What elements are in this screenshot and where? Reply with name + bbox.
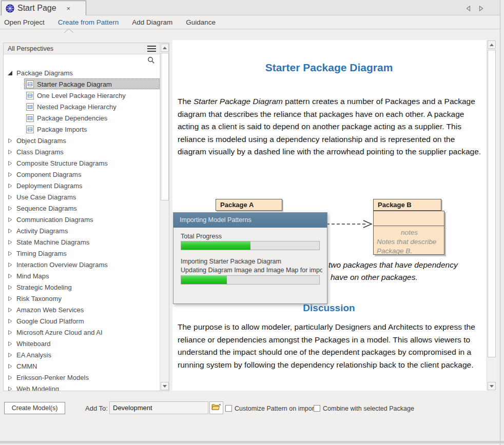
collapsed-icon[interactable] (8, 363, 13, 369)
diagram-icon (26, 80, 34, 88)
collapsed-icon[interactable] (8, 160, 13, 166)
tree-item-google-cloud-platform[interactable]: Google Cloud Platform (4, 315, 161, 327)
add-to-input[interactable] (109, 401, 208, 414)
collapsed-icon[interactable] (8, 172, 13, 177)
collapsed-icon[interactable] (8, 273, 13, 279)
status-line-1: Importing Starter Package Diagram (181, 258, 281, 265)
tree-item-one-level-package-hierarchy[interactable]: One Level Package Hierarchy (4, 90, 161, 101)
tree-item-microsoft-azure-cloud-and-ai[interactable]: Microsoft Azure Cloud and AI (4, 327, 161, 338)
compartment-divider (374, 226, 444, 226)
pattern-tree-panel: All Perspectives Package Diagrams Starte… (3, 43, 169, 391)
collapsed-icon[interactable] (8, 341, 13, 347)
diagram-icon (26, 114, 34, 122)
document-scrollbar[interactable] (487, 40, 496, 391)
scroll-down-button[interactable] (488, 382, 496, 390)
tree-item-package-imports[interactable]: Package Imports (4, 124, 161, 135)
tree-item-nested-package-hierarchy[interactable]: Nested Package Hierarchy (4, 101, 161, 112)
customize-pattern-label: Customize Pattern on import (235, 405, 316, 412)
dialog-titlebar[interactable]: Importing Model Patterns (173, 213, 327, 228)
tree-item-composite-structure-diagrams[interactable]: Composite Structure Diagrams (4, 157, 161, 169)
collapsed-icon[interactable] (8, 285, 13, 290)
pattern-intro-paragraph: The Starter Package Diagram pattern crea… (178, 95, 486, 158)
scrollbar-thumb[interactable] (488, 50, 496, 357)
total-progress-bar (181, 241, 320, 250)
ribbon-menu: Open Project Create from Pattern Add Dia… (0, 15, 500, 29)
tree-item-package-diagrams[interactable]: Package Diagrams (4, 67, 161, 78)
tree-item-class-diagrams[interactable]: Class Diagrams (4, 146, 161, 157)
tree-item-component-diagrams[interactable]: Component Diagrams (4, 169, 161, 180)
tab-scroll-left-icon[interactable] (466, 4, 471, 13)
tree-item-ea-analysis[interactable]: EA Analysis (4, 349, 161, 360)
tree-item-whiteboard[interactable]: Whiteboard (4, 338, 161, 349)
tree-item-starter-package-diagram[interactable]: Starter Package Diagram (4, 78, 161, 90)
collapsed-icon[interactable] (8, 149, 13, 155)
total-progress-fill (181, 241, 250, 250)
tree-item-activity-diagrams[interactable]: Activity Diagrams (4, 225, 161, 236)
search-icon[interactable] (147, 56, 155, 66)
collapsed-icon[interactable] (8, 262, 13, 268)
package-b-body: notes Notes that describe Package B. (373, 211, 444, 255)
collapsed-icon[interactable] (8, 239, 13, 245)
tree-item-sequence-diagrams[interactable]: Sequence Diagrams (4, 203, 161, 214)
status-line-2: Updating Diagram Image and Image Map for… (181, 267, 322, 274)
menu-guidance[interactable]: Guidance (186, 18, 216, 26)
collapsed-icon[interactable] (8, 194, 13, 200)
tree-item-object-diagrams[interactable]: Object Diagrams (4, 135, 161, 146)
collapsed-icon[interactable] (8, 228, 13, 234)
tree-item-eriksson-penker-models[interactable]: Eriksson-Penker Models (4, 372, 161, 383)
window-right-edge (500, 0, 504, 445)
tree-item-risk-taxonomy[interactable]: Risk Taxonomy (4, 293, 161, 304)
combine-package-checkbox[interactable] (314, 405, 320, 412)
combine-package-label: Combine with selected Package (323, 405, 414, 412)
tab-start-page[interactable]: Start Page × (1, 1, 86, 15)
tree-item-web-modeling[interactable]: Web Modeling (4, 383, 161, 391)
tree-scrollbar[interactable] (160, 43, 169, 391)
tab-scroll-arrows (466, 4, 483, 13)
scroll-up-button[interactable] (161, 44, 169, 52)
collapsed-icon[interactable] (8, 330, 13, 335)
diagram-icon (26, 103, 34, 111)
perspectives-header[interactable]: All Perspectives (4, 43, 160, 54)
collapsed-icon[interactable] (8, 296, 13, 301)
customize-pattern-checkbox[interactable] (225, 405, 232, 412)
tree-search-row[interactable] (4, 54, 160, 67)
collapsed-icon[interactable] (8, 352, 13, 358)
current-progress-fill (181, 276, 227, 284)
scroll-up-button[interactable] (488, 41, 496, 49)
scrollbar-thumb[interactable] (161, 53, 169, 200)
tree-item-state-machine-diagrams[interactable]: State Machine Diagrams (4, 236, 161, 248)
tree-item-strategic-modeling[interactable]: Strategic Modeling (4, 281, 161, 293)
collapsed-icon[interactable] (8, 217, 13, 222)
folder-icon (211, 403, 221, 413)
expanded-icon[interactable] (8, 70, 13, 76)
scroll-down-button[interactable] (161, 382, 169, 390)
tab-scroll-right-icon[interactable] (479, 4, 483, 13)
create-models-button[interactable]: Create Model(s) (4, 402, 65, 414)
collapsed-icon[interactable] (8, 386, 13, 392)
collapsed-icon[interactable] (8, 206, 13, 211)
browse-package-button[interactable] (209, 401, 223, 414)
current-progress-bar (181, 275, 320, 285)
tree-item-interaction-overview-diagrams[interactable]: Interaction Overview Diagrams (4, 259, 161, 270)
menu-add-diagram[interactable]: Add Diagram (132, 18, 172, 26)
collapsed-icon[interactable] (8, 307, 13, 313)
tree-item-mind-maps[interactable]: Mind Maps (4, 270, 161, 281)
tree-item-use-case-diagrams[interactable]: Use Case Diagrams (4, 191, 161, 203)
collapsed-icon[interactable] (8, 138, 13, 144)
collapsed-icon[interactable] (8, 318, 13, 324)
tree-item-amazon-web-services[interactable]: Amazon Web Services (4, 304, 161, 315)
window-bottom-edge (0, 441, 504, 443)
tree-item-cmmn[interactable]: CMMN (4, 360, 161, 372)
collapsed-icon[interactable] (8, 375, 13, 380)
hamburger-menu-icon[interactable] (147, 46, 156, 52)
collapsed-icon[interactable] (8, 183, 13, 189)
collapsed-icon[interactable] (8, 251, 13, 256)
menu-open-project[interactable]: Open Project (4, 18, 45, 26)
tab-close-icon[interactable]: × (67, 5, 71, 12)
menu-create-from-pattern[interactable]: Create from Pattern (58, 18, 119, 26)
tree-item-package-dependencies[interactable]: Package Dependencies (4, 112, 161, 124)
tree-item-communication-diagrams[interactable]: Communication Diagrams (4, 214, 161, 225)
tree-item-timing-diagrams[interactable]: Timing Diagrams (4, 248, 161, 259)
figure-caption-line1: two packages that have dependency (328, 260, 458, 270)
tree-item-deployment-diagrams[interactable]: Deployment Diagrams (4, 180, 161, 191)
